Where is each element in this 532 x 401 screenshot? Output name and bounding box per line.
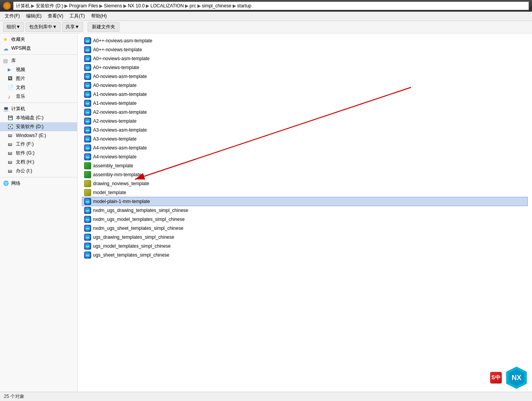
file-name: A0+-noviews-template bbox=[93, 65, 139, 70]
list-item[interactable]: NXA0++-noviews-template bbox=[82, 45, 527, 54]
path-nx: NX 10.0 bbox=[128, 3, 145, 9]
sidebar-item-drive-e[interactable]: Windows7 (E:) bbox=[0, 131, 77, 140]
sidebar-item-drive-i[interactable]: 办公 (I:) bbox=[0, 167, 77, 175]
window-icon bbox=[3, 2, 11, 10]
svg-text:NX: NX bbox=[86, 85, 89, 87]
sidebar-item-drive-f[interactable]: 工作 (F:) bbox=[0, 140, 77, 149]
list-item[interactable]: NXnxdm_ugs_sheet_templates_simpl_chinese bbox=[82, 224, 527, 233]
address-bar[interactable]: 计算机 ▶ 安装软件 (D:) ▶ Program Files ▶ Siemen… bbox=[13, 2, 529, 10]
new-folder-button[interactable]: 新建文件夹 bbox=[88, 22, 119, 32]
nx-icon: NX bbox=[84, 82, 91, 89]
sidebar-item-docs[interactable]: 文档 bbox=[0, 83, 77, 92]
path-prc: prc bbox=[190, 3, 196, 9]
sidebar-item-drive-g[interactable]: 软件 (G:) bbox=[0, 149, 77, 158]
list-item[interactable]: drawing_noviews_template bbox=[82, 179, 527, 188]
list-item[interactable]: assembly_template bbox=[82, 161, 527, 170]
list-item[interactable]: NXA0++-noviews-asm-template bbox=[82, 36, 527, 45]
file-name: ugs_sheet_templates_simpl_chinese bbox=[93, 252, 169, 258]
sidebar-label-docs: 文档 bbox=[16, 84, 25, 91]
sidebar-item-drive-d[interactable]: 安装软件 (D:) bbox=[0, 122, 77, 131]
organize-button[interactable]: 组织▼ bbox=[3, 22, 24, 32]
list-item[interactable]: NXA1-noviews-asm-template bbox=[82, 90, 527, 99]
file-icon: NX bbox=[84, 82, 92, 89]
toolbar: 组织▼ 包含到库中▼ 共享▼ 新建文件夹 bbox=[0, 21, 532, 33]
list-item[interactable]: NXugs_model_templates_simpl_chinese bbox=[82, 242, 527, 250]
sidebar-label-drive-h: 文档 (H:) bbox=[16, 159, 34, 165]
sidebar-item-drive-h[interactable]: 文档 (H:) bbox=[0, 158, 77, 167]
menu-help[interactable]: 帮助(H) bbox=[88, 12, 110, 20]
list-item[interactable]: NXA2-noviews-asm-template bbox=[82, 108, 527, 116]
file-icon: NX bbox=[84, 198, 92, 205]
list-item[interactable]: NXmodel-plain-1-mm-template bbox=[82, 197, 527, 206]
file-name: A0-noviews-template bbox=[93, 83, 136, 88]
path-siemens: Siemens bbox=[104, 3, 122, 9]
nx-icon: NX bbox=[84, 234, 91, 241]
list-item[interactable]: assembly-mm-template bbox=[82, 170, 527, 179]
sidebar-item-video[interactable]: 视频 bbox=[0, 65, 77, 74]
list-item[interactable]: model_template bbox=[82, 188, 527, 197]
file-icon: NX bbox=[84, 109, 92, 116]
file-icon: NX bbox=[84, 216, 92, 223]
sidebar-item-images[interactable]: 图片 bbox=[0, 74, 77, 83]
list-item[interactable]: NXugs_drawing_templates_simpl_chinese bbox=[82, 233, 527, 241]
svg-text:NX: NX bbox=[86, 102, 89, 105]
path-computer: 计算机 bbox=[16, 3, 30, 9]
star-icon bbox=[3, 36, 9, 43]
svg-text:NX: NX bbox=[86, 147, 89, 149]
svg-text:NX: NX bbox=[86, 111, 89, 114]
list-item[interactable]: NXA0-noviews-template bbox=[82, 81, 527, 90]
sidebar-item-network[interactable]: 网络 bbox=[0, 179, 77, 188]
file-icon bbox=[84, 180, 92, 187]
menu-view[interactable]: 查看(V) bbox=[45, 12, 66, 20]
library-icon bbox=[3, 58, 9, 64]
nx-icon: NX bbox=[84, 144, 91, 151]
sidebar-label-drive-e: Windows7 (E:) bbox=[16, 133, 46, 138]
menu-edit[interactable]: 编辑(E) bbox=[23, 12, 45, 20]
list-item[interactable]: NXnxdm_ugs_model_templates_simpl_chinese bbox=[82, 215, 527, 224]
list-item[interactable]: NXA4-noviews-asm-template bbox=[82, 144, 527, 152]
svg-text:NX: NX bbox=[86, 227, 89, 230]
file-name: A3-noviews-template bbox=[93, 136, 136, 142]
svg-text:NX: NX bbox=[86, 236, 89, 239]
list-item[interactable]: NXA4-noviews-template bbox=[82, 153, 527, 161]
file-icon bbox=[84, 162, 92, 169]
file-name: A4-noviews-template bbox=[93, 154, 136, 160]
sidebar: 收藏夹 WPS网盘 库 视频 图片 文档 音乐 计算机 bbox=[0, 33, 78, 392]
sidebar-item-drive-c[interactable]: 本地磁盘 (C:) bbox=[0, 113, 77, 122]
file-icon: NX bbox=[84, 118, 92, 125]
nx-icon: NX bbox=[84, 91, 91, 98]
drive-e-icon bbox=[8, 132, 14, 139]
sidebar-label-computer: 计算机 bbox=[11, 106, 25, 112]
svg-text:NX: NX bbox=[86, 210, 89, 212]
video-icon bbox=[8, 67, 14, 73]
svg-text:NX: NX bbox=[86, 40, 89, 42]
svg-text:NX: NX bbox=[86, 254, 89, 257]
list-item[interactable]: NXnxdm_ugs_drawing_templates_simpl_chine… bbox=[82, 206, 527, 215]
sidebar-item-wps[interactable]: WPS网盘 bbox=[0, 44, 77, 53]
sidebar-label-network: 网络 bbox=[11, 180, 21, 187]
list-item[interactable]: NXA3-noviews-asm-template bbox=[82, 126, 527, 134]
sidebar-item-library[interactable]: 库 bbox=[0, 56, 77, 65]
file-name: ugs_model_templates_simpl_chinese bbox=[93, 243, 171, 249]
list-item[interactable]: NXA1-noviews-template bbox=[82, 99, 527, 108]
sidebar-item-computer[interactable]: 计算机 bbox=[0, 104, 77, 113]
file-icon: NX bbox=[84, 91, 92, 98]
list-item[interactable]: NXA0+-noviews-asm-template bbox=[82, 54, 527, 63]
list-item[interactable]: NXA3-noviews-template bbox=[82, 135, 527, 143]
nx-icon: NX bbox=[84, 252, 91, 259]
list-item[interactable]: NXA0-noviews-asm-template bbox=[82, 72, 527, 81]
include-library-button[interactable]: 包含到库中▼ bbox=[26, 22, 60, 32]
share-button[interactable]: 共享▼ bbox=[62, 22, 83, 32]
content-area: NXA0++-noviews-asm-templateNXA0++-noview… bbox=[78, 33, 532, 392]
sidebar-item-favorites[interactable]: 收藏夹 bbox=[0, 35, 77, 44]
menu-tools[interactable]: 工具(T) bbox=[66, 12, 88, 20]
nx-icon: NX bbox=[84, 216, 91, 223]
nx-icon: NX bbox=[84, 118, 91, 125]
file-icon: NX bbox=[84, 55, 92, 62]
list-item[interactable]: NXugs_sheet_templates_simpl_chinese bbox=[82, 251, 527, 259]
list-item[interactable]: NXA0+-noviews-template bbox=[82, 63, 527, 72]
list-item[interactable]: NXA2-noviews-template bbox=[82, 117, 527, 125]
sidebar-divider-2 bbox=[0, 102, 77, 103]
sidebar-item-music[interactable]: 音乐 bbox=[0, 92, 77, 101]
menu-file[interactable]: 文件(F) bbox=[2, 12, 23, 20]
